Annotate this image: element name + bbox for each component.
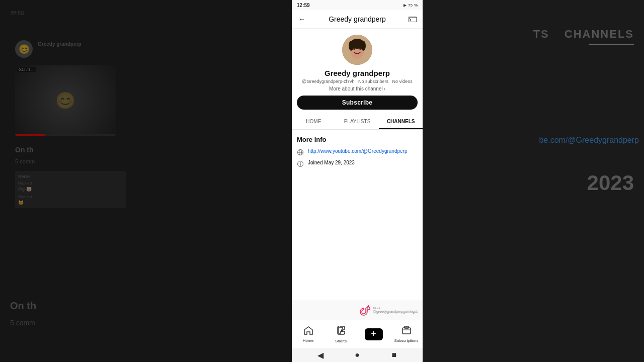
globe-icon: [297, 149, 304, 156]
battery-text: 75: [408, 3, 413, 8]
svg-point-13: [300, 162, 300, 163]
nav-home-label: Home: [303, 338, 313, 343]
content-area: More info http://www.youtube.com/@Greedy…: [292, 130, 423, 300]
cast-button[interactable]: [408, 14, 418, 24]
bg-right-tab-ts: TS: [533, 28, 549, 41]
tiktok-watermark: Tiktok @greedygrandperpgaming.tt: [292, 300, 423, 320]
joined-date: Joined May 29, 2023: [308, 160, 355, 165]
subscribe-button[interactable]: Subscribe: [297, 96, 418, 110]
tab-channels[interactable]: CHANNELS: [379, 114, 423, 129]
back-button[interactable]: ←: [297, 14, 307, 24]
create-plus-container: +: [365, 328, 383, 340]
url-row: http://www.youtube.com/@Greedygrandperp: [297, 148, 418, 156]
info-circle-icon: [297, 160, 304, 167]
status-time: 12:59: [297, 3, 310, 8]
more-about-link[interactable]: More about this channel ›: [329, 86, 385, 92]
channel-meta: @Greedygrandperp-zf7vh No subscribers No…: [302, 79, 412, 84]
channel-profile: Greedy grandperp @Greedygrandperp-zf7vh …: [292, 29, 423, 114]
background-right: TS CHANNELS be.com/@Greedygrandperp 2023: [428, 0, 644, 362]
phone-screen: 12:59 ▶ 75 % ← Greedy grandperp: [292, 0, 423, 362]
channel-name: Greedy grandperp: [325, 69, 390, 77]
android-home[interactable]: ●: [353, 351, 361, 359]
bg-right-tabs: TS CHANNELS: [428, 28, 644, 41]
nav-create[interactable]: +: [357, 328, 390, 340]
bg-left-back-icon: ←: [10, 8, 18, 17]
bg-left-avatar: 😊: [15, 40, 33, 58]
bg-left-on-the: On th: [15, 146, 34, 154]
bg-right-tab-channels: CHANNELS: [565, 28, 634, 41]
more-about-text: More about this channel: [329, 86, 383, 92]
chevron-right-icon: ›: [384, 86, 385, 92]
svg-rect-14: [403, 328, 411, 334]
bg-right-year: 2023: [587, 171, 634, 195]
nav-subscriptions-label: Subscriptions: [394, 338, 418, 343]
android-back[interactable]: ◀: [316, 351, 325, 359]
bg-left-bottom-text: On th: [10, 300, 36, 312]
bg-right-underline: [589, 44, 634, 45]
nav-home[interactable]: Home: [292, 326, 325, 343]
top-nav: ← Greedy grandperp: [292, 10, 423, 29]
create-plus-btn[interactable]: +: [365, 328, 383, 340]
status-icons: ▶ 75 %: [404, 3, 418, 8]
play-icon: ▶: [404, 3, 407, 8]
channel-url[interactable]: http://www.youtube.com/@Greedygrandperp: [308, 148, 407, 154]
svg-rect-0: [409, 17, 417, 22]
status-bar: 12:59 ▶ 75 %: [292, 0, 423, 10]
android-square[interactable]: ■: [390, 351, 398, 359]
tiktok-logo-container: [359, 304, 371, 316]
nav-shorts[interactable]: Shorts: [325, 325, 357, 343]
channel-subscribers: No subscribers: [358, 79, 388, 84]
joined-row: Joined May 29, 2023: [297, 160, 418, 167]
tabs-bar: HOME PLAYLISTS CHANNELS: [292, 114, 423, 130]
subscriptions-icon: [402, 326, 411, 337]
tab-playlists[interactable]: PLAYLISTS: [336, 114, 379, 129]
tiktok-handle: Tiktok @greedygrandperpgaming.tt: [373, 307, 418, 313]
channel-avatar: [342, 35, 372, 65]
nav-subscriptions[interactable]: Subscriptions: [390, 326, 423, 343]
svg-rect-15: [405, 326, 409, 328]
battery-unit: %: [414, 3, 418, 8]
channel-videos: No videos: [392, 79, 413, 84]
home-icon: [303, 326, 313, 337]
svg-point-7: [361, 41, 366, 51]
avatar-face: [342, 35, 372, 65]
bg-left-channel-name: Greedy grandperp: [38, 41, 82, 47]
nav-title: Greedy grandperp: [311, 15, 404, 23]
bottom-nav: Home Shorts +: [292, 320, 423, 348]
background-left: 12:58 ← 😊 Greedy grandperp 😊 0:24 / 9:..…: [0, 0, 292, 362]
bg-left-comments: 5 comm: [15, 158, 35, 164]
bg-left-replies: Recer Replied Pig 🐷 Replied 😸: [15, 171, 126, 208]
more-info-title: More info: [297, 136, 418, 143]
nav-shorts-label: Shorts: [335, 339, 347, 343]
android-nav-bar: ◀ ● ■: [292, 348, 423, 362]
tab-home[interactable]: HOME: [292, 114, 336, 129]
shorts-icon: [337, 325, 346, 338]
bg-right-url: be.com/@Greedygrandperp: [428, 136, 644, 145]
channel-handle: @Greedygrandperp-zf7vh: [302, 79, 354, 84]
svg-point-6: [349, 41, 354, 51]
bg-left-thumbnail: 😊 0:24 / 9:...: [15, 65, 116, 136]
bg-left-bottom-comments: 5 comm: [10, 319, 35, 327]
